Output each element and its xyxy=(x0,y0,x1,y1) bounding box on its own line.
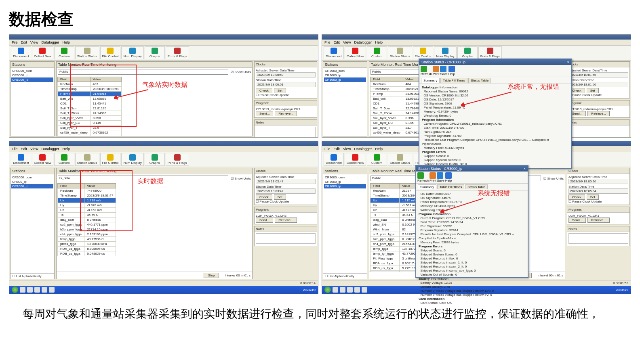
popup-tab[interactable]: Status Table xyxy=(468,78,491,83)
set-button[interactable]: Set xyxy=(274,195,286,200)
pause-clock-checkbox[interactable]: ☐ Pause Clock Update xyxy=(256,93,316,97)
pause-clock-checkbox[interactable]: ☐ Pause Clock Update xyxy=(256,200,316,203)
list-alpha-checkbox[interactable]: ☐ List Alphabetically xyxy=(325,274,354,278)
pause-clock-checkbox[interactable]: ☐ Pause Clock Update xyxy=(568,93,628,97)
toolbar-custom[interactable]: Custom xyxy=(367,46,387,59)
check-button[interactable]: Check xyxy=(568,195,585,200)
retrieve-button[interactable]: Retrieve... xyxy=(587,111,609,116)
taskbar-item[interactable] xyxy=(27,287,33,293)
notes-textarea[interactable] xyxy=(568,127,628,137)
popup-tool-refresh[interactable]: Refresh xyxy=(417,172,429,182)
station-item[interactable]: CR800_ip xyxy=(11,180,53,184)
retrieve-button[interactable]: Retrieve... xyxy=(275,111,297,116)
station-item[interactable]: CR1000_ip xyxy=(324,184,366,188)
toolbar-file-control[interactable]: File Control xyxy=(100,46,121,59)
table-dropdown[interactable]: Public xyxy=(58,69,228,75)
taskbar-item[interactable] xyxy=(49,287,55,293)
popup-tool-help[interactable]: Help xyxy=(448,66,455,76)
toolbar-graphs[interactable]: Graphs xyxy=(145,153,165,166)
menu-help[interactable]: Help xyxy=(62,40,70,44)
menu-view[interactable]: View xyxy=(30,147,38,151)
menu-file[interactable]: File xyxy=(324,40,331,44)
taskbar-item[interactable] xyxy=(333,287,338,293)
station-item[interactable]: CR3000_ip xyxy=(11,73,53,77)
toolbar-collect-now[interactable]: Collect Now xyxy=(345,46,366,59)
toolbar-collect-now[interactable]: Collect Now xyxy=(345,153,366,166)
table-dropdown[interactable]: ts_data xyxy=(58,176,228,181)
popup-tab[interactable]: Summary xyxy=(418,184,436,189)
menu-help[interactable]: Help xyxy=(62,147,70,151)
notes-textarea[interactable] xyxy=(568,233,628,244)
menu-edit[interactable]: Edit xyxy=(334,40,340,44)
menu-edit[interactable]: Edit xyxy=(21,147,27,151)
send-button[interactable]: Send... xyxy=(568,218,586,223)
show-units-checkbox[interactable]: ☑ Show Units xyxy=(231,70,251,74)
menu-datalogger[interactable]: Datalogger xyxy=(41,40,59,44)
popup-tool-print[interactable]: Print xyxy=(429,172,436,182)
taskbar-item[interactable] xyxy=(354,287,360,293)
toolbar-graphs[interactable]: Graphs xyxy=(145,46,165,59)
popup-tool-save[interactable]: Save xyxy=(437,172,444,182)
taskbar-item[interactable] xyxy=(347,287,353,293)
toolbar-station-status[interactable]: Station Status xyxy=(388,153,412,166)
taskbar-item[interactable] xyxy=(362,287,367,293)
station-item[interactable]: CR3000_com xyxy=(324,69,366,73)
show-units-checkbox[interactable]: ☑ Show Units xyxy=(543,177,564,180)
menu-file[interactable]: File xyxy=(324,147,331,151)
popup-tab[interactable]: Table Fill Times xyxy=(437,184,464,189)
menu-help[interactable]: Help xyxy=(375,40,383,44)
show-units-checkbox[interactable]: ☑ Show Units xyxy=(231,177,251,180)
taskbar-item[interactable] xyxy=(34,287,40,293)
send-button[interactable]: Send... xyxy=(256,218,273,223)
retrieve-button[interactable]: Retrieve... xyxy=(275,218,297,223)
popup-tool-save[interactable]: Save xyxy=(440,66,447,76)
popup-tab[interactable]: Status Table xyxy=(465,184,488,189)
station-item[interactable]: CR3000_com xyxy=(11,175,53,180)
station-item[interactable]: CR1000_ip xyxy=(324,77,366,82)
menu-view[interactable]: View xyxy=(343,40,351,44)
start-orb-icon[interactable] xyxy=(12,287,18,293)
station-item[interactable]: CR3000_com xyxy=(11,69,53,73)
menu-view[interactable]: View xyxy=(343,147,351,151)
menu-file[interactable]: File xyxy=(12,40,18,44)
toolbar-disconnect[interactable]: Disconnect xyxy=(11,153,31,166)
retrieve-button[interactable]: Retrieve... xyxy=(587,218,609,223)
menu-view[interactable]: View xyxy=(30,40,38,44)
toolbar-custom[interactable]: Custom xyxy=(367,153,387,166)
station-item[interactable]: CR1000_ip xyxy=(11,77,53,82)
check-button[interactable]: Check xyxy=(256,88,272,93)
menu-datalogger[interactable]: Datalogger xyxy=(354,147,372,151)
toolbar-disconnect[interactable]: Disconnect xyxy=(11,46,31,59)
menu-datalogger[interactable]: Datalogger xyxy=(41,147,59,151)
start-orb-icon[interactable] xyxy=(324,287,331,293)
toolbar-num-display[interactable]: Num Display xyxy=(434,46,456,59)
notes-textarea[interactable] xyxy=(256,127,316,137)
menu-help[interactable]: Help xyxy=(375,147,383,151)
station-item[interactable]: CR3000_ip xyxy=(324,180,366,184)
station-item[interactable]: CR3000_com xyxy=(324,175,366,180)
popup-tab[interactable]: Summary xyxy=(421,78,440,83)
taskbar-item[interactable] xyxy=(20,287,25,293)
toolbar-collect-now[interactable]: Collect Now xyxy=(32,46,53,59)
toolbar-num-display[interactable]: Num Display xyxy=(121,153,143,166)
toolbar-disconnect[interactable]: Disconnect xyxy=(324,153,344,166)
toolbar-ports-&-flags[interactable]: Ports & Flags xyxy=(478,46,502,59)
toolbar-disconnect[interactable]: Disconnect xyxy=(324,46,344,59)
set-button[interactable]: Set xyxy=(274,88,286,93)
notes-textarea[interactable] xyxy=(256,233,316,244)
toolbar-graphs[interactable]: Graphs xyxy=(457,46,478,59)
toolbar-file-control[interactable]: File Control xyxy=(413,46,434,59)
taskbar-item[interactable] xyxy=(42,287,47,293)
toolbar-num-display[interactable]: Num Display xyxy=(121,46,143,59)
toolbar-custom[interactable]: Custom xyxy=(54,46,74,59)
close-icon[interactable]: × xyxy=(524,167,526,171)
set-button[interactable]: Set xyxy=(587,195,599,200)
toolbar-collect-now[interactable]: Collect Now xyxy=(32,153,53,166)
pause-clock-checkbox[interactable]: ☐ Pause Clock Update xyxy=(568,200,628,203)
toolbar-station-status[interactable]: Station Status xyxy=(388,46,412,59)
list-alpha-checkbox[interactable]: ☐ List Alphabetically xyxy=(12,274,42,278)
taskbar-item[interactable] xyxy=(340,287,345,293)
menu-edit[interactable]: Edit xyxy=(334,147,340,151)
toolbar-ports-&-flags[interactable]: Ports & Flags xyxy=(166,153,189,166)
toolbar-station-status[interactable]: Station Status xyxy=(75,153,99,166)
